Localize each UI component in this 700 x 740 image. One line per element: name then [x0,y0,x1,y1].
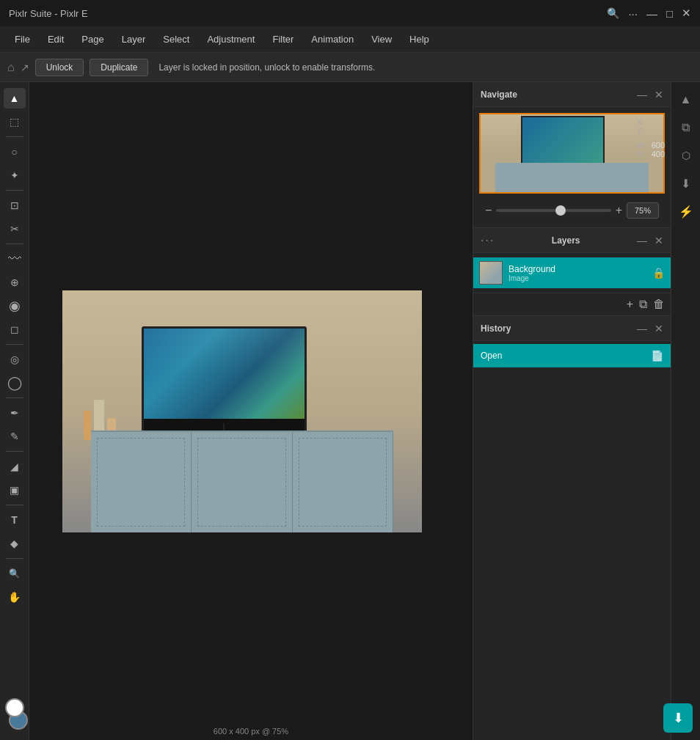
eyedropper-tool[interactable]: ✎ [4,426,26,447]
tv-door-3 [293,432,393,532]
toolbox: ▲ ⬚ ○ ✦ ⊡ ✂ 〰 ⊕ ◉ ◻ ◎ ◯ ✒ ✎ ◢ ▣ T ◆ 🔍 ✋ [0,82,29,740]
blur-tool[interactable]: ◎ [4,349,26,370]
heal-tool[interactable]: ⊕ [4,272,26,293]
unlock-button[interactable]: Unlock [35,59,84,76]
coord-w-value: 600 [652,141,665,150]
zoom-minus-button[interactable]: − [485,204,492,217]
history-panel-header: History — ✕ [473,316,671,341]
stamp-tool[interactable]: ◉ [4,296,26,316]
minimize-button[interactable]: — [646,7,657,20]
gradient-tool[interactable]: ◢ [4,456,26,477]
home-icon[interactable]: ⌂ [7,61,15,74]
tv-door-2 [192,432,292,532]
layer-delete-button[interactable]: 🗑 [653,298,665,311]
menu-file[interactable]: File [7,31,37,48]
history-controls: — ✕ [637,323,663,334]
coord-y-label: Y: [637,126,647,135]
navigate-controls: — ✕ [637,89,663,100]
menu-help[interactable]: Help [402,31,437,48]
lightning-button[interactable]: ⚡ [674,199,698,223]
maximize-button[interactable]: □ [666,7,673,20]
layers-content: Background Image 🔒 [473,253,671,293]
layer-duplicate-button[interactable]: ⧉ [639,298,647,311]
layers-minimize[interactable]: — [637,235,647,246]
menu-adjustment[interactable]: Adjustment [200,31,262,48]
titlebar: Pixlr Suite - Pixlr E 🔍 ··· — □ ✕ [0,0,700,26]
coord-y-row: Y: [637,126,665,135]
history-minimize[interactable]: — [637,323,647,334]
menu-layer[interactable]: Layer [114,31,153,48]
text-tool[interactable]: T [4,510,26,530]
menu-view[interactable]: View [364,31,399,48]
tool-separator-8 [6,558,23,559]
tv-screen [144,329,305,419]
more-icon[interactable]: ··· [628,7,638,20]
menu-edit[interactable]: Edit [40,31,71,48]
navigate-minimize[interactable]: — [637,89,647,100]
zoom-input[interactable] [627,202,659,219]
marquee-tool[interactable]: ⬚ [4,111,26,132]
select-tool[interactable]: ▲ [4,88,26,109]
transform-button[interactable]: ⬡ [674,144,698,167]
menu-select[interactable]: Select [156,31,197,48]
nav-tv [521,116,605,164]
zoom-thumb[interactable] [555,205,566,216]
layers-close[interactable]: ✕ [655,235,663,246]
dodge-tool[interactable]: ◯ [4,373,26,393]
foreground-color[interactable] [5,698,24,717]
zoom-slider[interactable] [496,209,610,212]
history-title: History [481,323,511,334]
duplicate-button[interactable]: Duplicate [90,59,148,76]
history-close[interactable]: ✕ [655,323,663,334]
coord-x-label: X: [637,117,647,126]
layers-stack-button[interactable]: ⧉ [674,116,698,139]
coord-w-label: W: [637,141,647,150]
menu-animation[interactable]: Animation [304,31,361,48]
arrow-icon[interactable]: ↗ [21,62,29,73]
tv-stand-doors [91,432,393,532]
download-button[interactable]: ⬇ [663,703,693,733]
toolbar-message: Layer is locked in position, unlock to e… [158,62,375,73]
menu-filter[interactable]: Filter [265,31,301,48]
tool-separator-3 [6,243,23,244]
tool-separator-6 [6,451,23,452]
history-item[interactable]: Open 📄 [473,344,671,367]
layer-item[interactable]: Background Image 🔒 [473,257,671,288]
brush-tool[interactable]: 〰 [4,249,26,269]
layer-lock-icon[interactable]: 🔒 [652,267,665,279]
crop-tool[interactable]: ⊡ [4,195,26,216]
pen-tool[interactable]: ✒ [4,403,26,423]
layer-add-button[interactable]: + [627,298,633,311]
zoom-tool[interactable]: 🔍 [4,563,26,584]
export-button[interactable]: ⬇ [674,172,698,195]
canvas-status: 600 x 400 px @ 75% [214,727,288,736]
canvas-container [62,290,422,532]
coord-h-label: H: [637,150,647,158]
magic-wand-tool[interactable]: ✦ [4,165,26,186]
nav-arrow-button[interactable]: ▲ [674,88,698,111]
color-pick-tool[interactable]: ◆ [4,533,26,554]
nav-coords: X: Y: W: 600 H: [637,117,665,158]
layers-more-icon[interactable]: ··· [481,234,495,247]
shape-tool[interactable]: ▣ [4,480,26,500]
tool-separator-5 [6,398,23,398]
search-icon[interactable]: 🔍 [607,7,619,19]
room-background [62,290,422,532]
navigate-title: Navigate [481,89,517,100]
menu-page[interactable]: Page [74,31,111,48]
app-title: Pixlr Suite - Pixlr E [9,8,88,19]
eraser-tool[interactable]: ◻ [4,319,26,340]
window-controls: 🔍 ··· — □ ✕ [607,7,691,20]
layer-name: Background [508,264,646,274]
layers-panel-header: ··· Layers — ✕ [473,228,671,253]
navigate-close[interactable]: ✕ [655,89,663,100]
history-content: Open 📄 [473,341,671,370]
nav-tv-screen [522,117,604,163]
hand-tool[interactable]: ✋ [4,587,26,607]
layer-thumbnail [479,261,503,285]
zoom-plus-button[interactable]: + [616,204,622,217]
lasso-tool[interactable]: ○ [4,142,26,162]
close-button[interactable]: ✕ [682,7,691,20]
cut-tool[interactable]: ✂ [4,219,26,239]
canvas-area[interactable]: 600 x 400 px @ 75% [29,82,473,740]
